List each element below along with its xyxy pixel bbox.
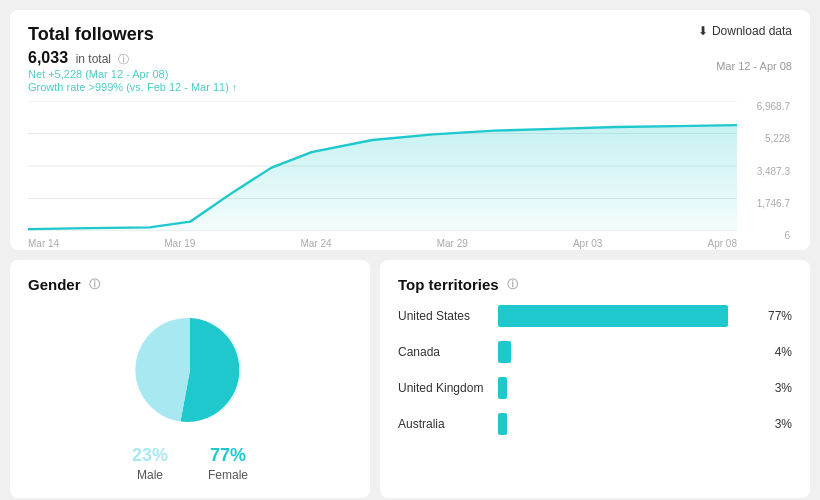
male-legend: 23% Male xyxy=(132,445,168,482)
total-suffix: in total xyxy=(76,52,111,66)
bottom-row: Gender ⓘ xyxy=(10,260,810,498)
x-label-4: Mar 29 xyxy=(437,238,468,249)
territory-bar-container-uk xyxy=(498,377,754,399)
download-label: Download data xyxy=(712,24,792,38)
male-label: Male xyxy=(137,468,163,482)
territory-bar-container-ca xyxy=(498,341,754,363)
page-container: Total followers ⬇ Download data 6,033 in… xyxy=(0,0,820,500)
info-icon: ⓘ xyxy=(118,53,129,65)
territory-pct-uk: 3% xyxy=(762,381,792,395)
y-label-4: 5,228 xyxy=(744,133,790,144)
territory-row-us: United States 77% xyxy=(398,305,792,327)
female-percent: 77% xyxy=(210,445,246,466)
territories-list: United States 77% Canada 4% United Kingd… xyxy=(398,305,792,435)
gender-pie-chart xyxy=(125,305,255,435)
growth-rate-text: Growth rate >999% (vs. Feb 12 - Mar 11) xyxy=(28,81,229,93)
territory-name-au: Australia xyxy=(398,417,498,431)
territory-name-uk: United Kingdom xyxy=(398,381,498,395)
stats-block: 6,033 in total ⓘ Net +5,228 (Mar 12 - Ap… xyxy=(28,49,792,93)
x-label-5: Apr 03 xyxy=(573,238,602,249)
download-icon: ⬇ xyxy=(698,24,708,38)
territory-name-ca: Canada xyxy=(398,345,498,359)
gender-title: Gender ⓘ xyxy=(28,276,352,293)
female-label: Female xyxy=(208,468,248,482)
gender-card: Gender ⓘ xyxy=(10,260,370,498)
territories-card: Top territories ⓘ United States 77% Cana… xyxy=(380,260,810,498)
male-percent: 23% xyxy=(132,445,168,466)
x-label-6: Apr 08 xyxy=(708,238,737,249)
total-followers-card: Total followers ⬇ Download data 6,033 in… xyxy=(10,10,810,250)
x-axis-labels: Mar 14 Mar 19 Mar 24 Mar 29 Apr 03 Apr 0… xyxy=(28,238,737,249)
x-label-1: Mar 14 xyxy=(28,238,59,249)
female-legend: 77% Female xyxy=(208,445,248,482)
total-count-line: 6,033 in total ⓘ xyxy=(28,49,792,67)
date-range: Mar 12 - Apr 08 xyxy=(716,60,792,72)
x-label-2: Mar 19 xyxy=(164,238,195,249)
card-header: Total followers ⬇ Download data xyxy=(28,24,792,45)
y-label-2: 1,746.7 xyxy=(744,198,790,209)
territory-pct-us: 77% xyxy=(762,309,792,323)
territory-bar-container-au xyxy=(498,413,754,435)
territory-bar-container-us xyxy=(498,305,754,327)
territory-pct-ca: 4% xyxy=(762,345,792,359)
chart-svg xyxy=(28,101,737,231)
territory-bar-ca xyxy=(498,341,511,363)
followers-chart: 6,968.7 5,228 3,487.3 1,746.7 6 xyxy=(28,101,792,241)
growth-rate: Growth rate >999% (vs. Feb 12 - Mar 11) … xyxy=(28,81,792,93)
x-label-3: Mar 24 xyxy=(300,238,331,249)
y-label-3: 3,487.3 xyxy=(744,166,790,177)
y-axis-labels: 6,968.7 5,228 3,487.3 1,746.7 6 xyxy=(742,101,792,241)
y-label-1: 6 xyxy=(744,230,790,241)
y-label-5: 6,968.7 xyxy=(744,101,790,112)
pie-chart-container: 23% Male 77% Female xyxy=(28,305,352,482)
territory-bar-au xyxy=(498,413,507,435)
total-count: 6,033 xyxy=(28,49,68,66)
gender-info-icon: ⓘ xyxy=(89,277,100,292)
territories-info-icon: ⓘ xyxy=(507,277,518,292)
territory-row-au: Australia 3% xyxy=(398,413,792,435)
territory-pct-au: 3% xyxy=(762,417,792,431)
download-button[interactable]: ⬇ Download data xyxy=(698,24,792,38)
growth-arrow-icon: ↑ xyxy=(232,81,238,93)
territory-row-uk: United Kingdom 3% xyxy=(398,377,792,399)
pie-legend: 23% Male 77% Female xyxy=(132,445,248,482)
territory-bar-us xyxy=(498,305,728,327)
territories-title: Top territories ⓘ xyxy=(398,276,792,293)
territory-name-us: United States xyxy=(398,309,498,323)
net-change: Net +5,228 (Mar 12 - Apr 08) xyxy=(28,68,792,80)
territory-bar-uk xyxy=(498,377,507,399)
page-title: Total followers xyxy=(28,24,154,45)
territory-row-ca: Canada 4% xyxy=(398,341,792,363)
